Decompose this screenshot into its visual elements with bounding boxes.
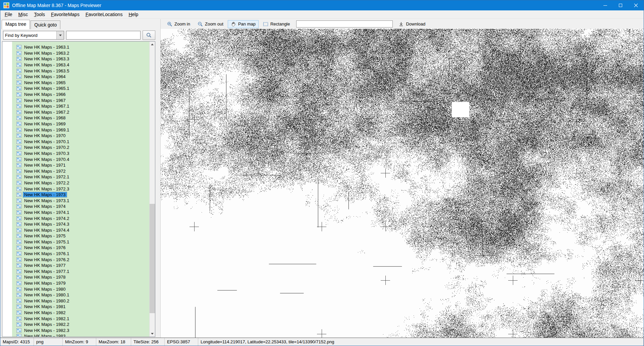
tree-item[interactable]: New HK Maps - 1965.1: [2, 85, 149, 92]
tree-item-label: New HK Maps - 1967.2: [23, 110, 70, 115]
tree-item[interactable]: New HK Maps - 1965: [2, 80, 149, 86]
map-layer-icon: [16, 281, 21, 285]
tree-item[interactable]: New HK Maps - 1975: [2, 233, 149, 239]
search-input[interactable]: [66, 31, 141, 40]
tree-item-label: New HK Maps - 1963.2: [23, 51, 70, 56]
tree-item[interactable]: New HK Maps - 1969: [2, 121, 149, 127]
tree-item[interactable]: New HK Maps - 1974: [2, 204, 149, 210]
tree-item[interactable]: New HK Maps - 1977.1: [2, 269, 149, 275]
tab-maps-tree[interactable]: Maps tree: [2, 20, 30, 29]
tree-item[interactable]: New HK Maps - 1963.4: [2, 62, 149, 68]
tree-item[interactable]: New HK Maps - 1972.2: [2, 180, 149, 186]
status-bar: MapsID: 4315pngMinZoom: 9MaxZoom: 18Tile…: [0, 338, 644, 346]
tree-item[interactable]: New HK Maps - 1968: [2, 115, 149, 121]
tree-item[interactable]: New HK Maps - 1975.1: [2, 239, 149, 245]
menu-item-tools[interactable]: Tools: [31, 11, 48, 18]
maximize-button[interactable]: [613, 0, 628, 10]
tree-item[interactable]: New HK Maps - 1970: [2, 133, 149, 139]
tree-item[interactable]: New HK Maps - 1970.3: [2, 151, 149, 157]
tree-item[interactable]: New HK Maps - 1963.5: [2, 68, 149, 74]
tree-item[interactable]: New HK Maps - 1980.2: [2, 298, 149, 304]
map-layer-icon: [16, 234, 21, 238]
pan-map-button[interactable]: Pan map: [228, 20, 259, 28]
dropdown-button[interactable]: [56, 31, 64, 39]
search-button[interactable]: [143, 31, 155, 40]
tree-item[interactable]: New HK Maps - 1974.3: [2, 221, 149, 227]
scroll-up-button[interactable]: [150, 42, 155, 47]
tree-item[interactable]: New HK Maps - 1972: [2, 168, 149, 174]
tree-item[interactable]: New HK Maps - 1976.2: [2, 256, 149, 263]
panel-splitter[interactable]: [158, 19, 161, 338]
tree-item[interactable]: New HK Maps - 1982.2: [2, 322, 149, 328]
download-button[interactable]: Download: [395, 20, 428, 28]
title-bar[interactable]: Offline Map Maker 8.367 - Maps Previewer: [0, 0, 644, 10]
pan-map-label: Pan map: [238, 21, 256, 26]
find-mode-value: Find by Keyword: [3, 33, 56, 38]
menu-item-help[interactable]: Help: [125, 11, 141, 18]
tree-item[interactable]: New HK Maps - 1973: [2, 192, 149, 198]
download-icon: [398, 21, 404, 27]
tree-item[interactable]: New HK Maps - 1970.4: [2, 156, 149, 162]
rectangle-label: Rectangle: [270, 21, 290, 26]
tree-item[interactable]: New HK Maps - 1981: [2, 304, 149, 310]
zoom-out-button[interactable]: Zoom out: [195, 20, 226, 28]
menu-item-misc[interactable]: Misc: [15, 11, 31, 18]
tree-item[interactable]: New HK Maps - 1977: [2, 263, 149, 269]
tree-item[interactable]: New HK Maps - 1976: [2, 245, 149, 251]
tree-item-label: New HK Maps - 1972.2: [23, 180, 70, 185]
close-button[interactable]: [628, 0, 644, 10]
zoom-in-button[interactable]: Zoom in: [164, 20, 193, 28]
tree-item[interactable]: New HK Maps - 1972.1: [2, 174, 149, 180]
zoom-in-icon: [167, 21, 172, 27]
tree-item[interactable]: New HK Maps - 1983: [2, 333, 149, 337]
toolbar-text-input[interactable]: [296, 20, 393, 27]
tree-item[interactable]: New HK Maps - 1982: [2, 310, 149, 316]
tree-item[interactable]: New HK Maps - 1964: [2, 74, 149, 80]
tree-item[interactable]: New HK Maps - 1967.2: [2, 109, 149, 115]
tree-item[interactable]: New HK Maps - 1967: [2, 97, 149, 103]
find-mode-dropdown[interactable]: Find by Keyword: [3, 31, 64, 40]
tree-item[interactable]: New HK Maps - 1978: [2, 274, 149, 280]
tree-item[interactable]: New HK Maps - 1969.1: [2, 127, 149, 133]
map-layer-icon: [16, 51, 21, 55]
tree-item[interactable]: New HK Maps - 1963.1: [2, 44, 149, 50]
tree-item[interactable]: New HK Maps - 1979: [2, 280, 149, 286]
menu-item-favoritelocations[interactable]: FavoriteLocations: [83, 11, 126, 18]
tab-quick-goto[interactable]: Quick goto: [31, 20, 60, 29]
map-layer-icon: [16, 80, 21, 85]
tree-item[interactable]: New HK Maps - 1982.3: [2, 328, 149, 334]
tree-item[interactable]: New HK Maps - 1976.1: [2, 251, 149, 257]
tree-item-label: New HK Maps - 1976.2: [23, 257, 70, 262]
tree-item[interactable]: New HK Maps - 1974.4: [2, 227, 149, 233]
tree-item[interactable]: New HK Maps - 1963.3: [2, 56, 149, 62]
tree-item-label: New HK Maps - 1963.5: [23, 68, 70, 73]
tree-item-label: New HK Maps - 1980.1: [23, 292, 70, 297]
rectangle-button[interactable]: Rectangle: [260, 20, 293, 28]
menu-item-file[interactable]: File: [2, 11, 15, 18]
tree-item[interactable]: New HK Maps - 1972.3: [2, 186, 149, 192]
scroll-down-button[interactable]: [150, 331, 155, 337]
tree-item[interactable]: New HK Maps - 1980: [2, 286, 149, 292]
status-cell-4: TileSize: 256: [131, 338, 165, 346]
tree-item[interactable]: New HK Maps - 1973.1: [2, 197, 149, 204]
tree-item[interactable]: New HK Maps - 1974.1: [2, 210, 149, 216]
map-layer-icon: [16, 69, 21, 73]
tree-item[interactable]: New HK Maps - 1970.2: [2, 145, 149, 151]
tree-item-label: New HK Maps - 1976: [23, 245, 67, 250]
tree-item[interactable]: New HK Maps - 1970.1: [2, 139, 149, 145]
tree-item[interactable]: New HK Maps - 1971: [2, 162, 149, 168]
tree-item[interactable]: New HK Maps - 1967.1: [2, 103, 149, 109]
tree-item[interactable]: New HK Maps - 1980.1: [2, 292, 149, 298]
map-layer-icon: [16, 251, 21, 256]
minimize-button[interactable]: [597, 0, 613, 10]
map-layer-icon: [16, 175, 21, 179]
tree-item-label: New HK Maps - 1970.1: [23, 139, 70, 144]
scrollbar-thumb[interactable]: [150, 204, 155, 313]
tree-item[interactable]: New HK Maps - 1963.2: [2, 50, 149, 56]
tree-item[interactable]: New HK Maps - 1966: [2, 92, 149, 98]
tree-scrollbar[interactable]: [149, 42, 155, 337]
tree-item[interactable]: New HK Maps - 1982.1: [2, 315, 149, 322]
map-canvas[interactable]: [161, 29, 644, 338]
tree-item[interactable]: New HK Maps - 1974.2: [2, 215, 149, 221]
menu-item-favoritemaps[interactable]: FavoriteMaps: [48, 11, 83, 18]
